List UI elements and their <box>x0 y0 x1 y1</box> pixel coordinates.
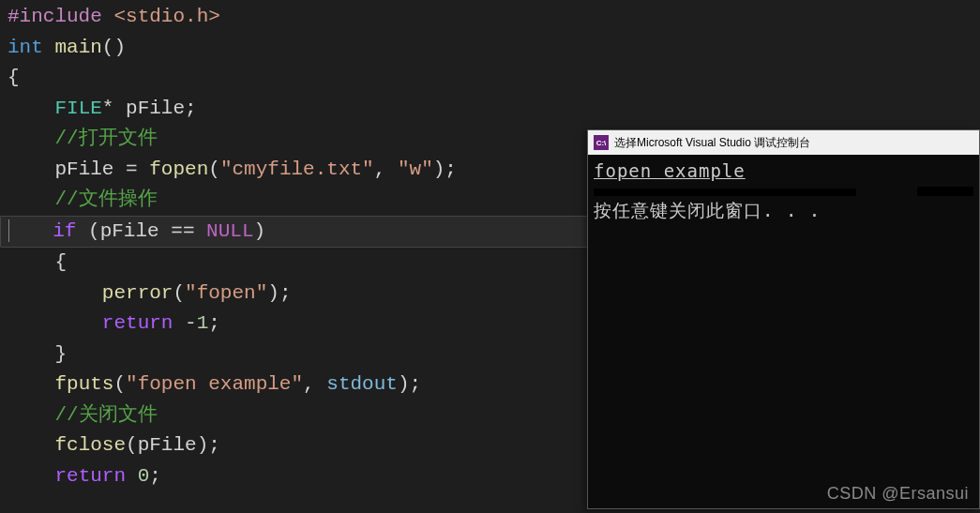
code-line: perror("fopen"); <box>8 279 581 309</box>
null-constant: NULL <box>206 220 253 242</box>
code-line: //文件操作 <box>8 185 581 216</box>
keyword-return: return <box>54 465 126 487</box>
variable: pFile <box>138 434 197 456</box>
type-keyword: int <box>8 37 43 58</box>
code-line: fputs("fopen example", stdout); <box>8 370 581 400</box>
code-line: FILE* pFile; <box>8 94 581 125</box>
identifier: stdout <box>326 373 398 395</box>
code-line: //打开文件 <box>8 124 581 155</box>
variable: pFile <box>126 98 185 119</box>
header-file: <stdio.h> <box>113 6 219 27</box>
function-call: fputs <box>54 373 113 395</box>
code-line: return 0; <box>8 461 581 492</box>
code-line: int main() <box>8 33 581 64</box>
code-line: #include <stdio.h> <box>8 2 581 33</box>
keyword-return: return <box>102 312 173 334</box>
console-icon: C:\ <box>594 135 609 150</box>
code-line: //关闭文件 <box>8 400 581 431</box>
code-line: { <box>8 248 581 279</box>
watermark: CSDN @Ersansui <box>827 484 969 504</box>
comment: //打开文件 <box>54 128 157 149</box>
code-line: } <box>8 339 581 370</box>
string-literal: "fopen" <box>185 282 267 304</box>
function-name: main <box>54 37 101 58</box>
number-literal: 1 <box>197 312 209 334</box>
preprocessor-keyword: #include <box>8 6 102 27</box>
function-call: fclose <box>54 434 126 456</box>
redacted-line <box>594 185 973 198</box>
code-editor[interactable]: #include <stdio.h> int main() { FILE* pF… <box>0 0 581 513</box>
debug-console-window[interactable]: C:\ 选择Microsoft Visual Studio 调试控制台 fope… <box>587 129 980 509</box>
function-call: perror <box>102 282 173 304</box>
code-line: fclose(pFile); <box>8 430 581 461</box>
string-literal: "fopen example" <box>126 373 303 395</box>
string-literal: "w" <box>398 158 433 180</box>
variable: pFile <box>100 220 159 242</box>
console-titlebar[interactable]: C:\ 选择Microsoft Visual Studio 调试控制台 <box>588 130 979 155</box>
number-literal: 0 <box>138 465 150 487</box>
comment: //文件操作 <box>54 189 157 210</box>
string-literal: "cmyfile.txt" <box>220 158 374 180</box>
console-line: 按任意键关闭此窗口. . . <box>594 198 973 222</box>
code-line: return -1; <box>8 309 581 339</box>
console-output: fopen example 按任意键关闭此窗口. . . <box>588 155 979 226</box>
console-title: 选择Microsoft Visual Studio 调试控制台 <box>614 135 810 151</box>
console-line: fopen example <box>594 158 973 183</box>
type-name: FILE <box>54 98 101 119</box>
comment: //关闭文件 <box>54 404 157 426</box>
function-call: fopen <box>149 158 208 180</box>
code-line: pFile = fopen("cmyfile.txt", "w"); <box>8 155 581 186</box>
keyword-if: if <box>53 220 76 242</box>
code-line-highlighted: if (pFile == NULL) <box>0 216 591 249</box>
code-line: { <box>8 63 581 94</box>
